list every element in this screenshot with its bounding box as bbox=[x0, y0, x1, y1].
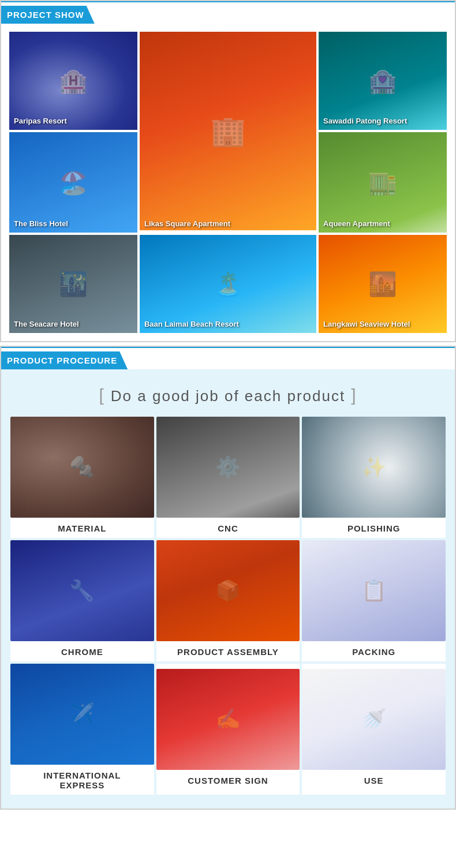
product-label-assembly: PRODUCT ASSEMBLY bbox=[156, 647, 300, 657]
bracket-right: ] bbox=[351, 386, 357, 405]
project-img-paripas: 🏨 bbox=[9, 32, 137, 130]
product-label-material: MATERIAL bbox=[10, 523, 154, 533]
product-label-custsign: CUSTOMER SIGN bbox=[156, 776, 300, 785]
product-label-packing: PACKING bbox=[302, 647, 446, 657]
tagline-text: Do a good job of each product bbox=[111, 387, 345, 405]
product-img-packing: 📋 bbox=[302, 540, 446, 641]
product-procedure-header: PRODUCT PROCEDURE bbox=[1, 351, 128, 369]
project-label-seacare: The Seacare Hotel bbox=[14, 320, 79, 328]
product-label-express: INTERNATIONAL EXPRESS bbox=[10, 770, 154, 790]
project-img-likas: 🏢 bbox=[140, 32, 316, 230]
project-show-header: PROJECT SHOW bbox=[1, 6, 95, 24]
product-label-use: USE bbox=[302, 776, 446, 785]
product-img-custsign: ✍️ bbox=[156, 669, 300, 770]
project-label-paripas: Paripas Resort bbox=[14, 117, 67, 125]
product-label-polishing: POLISHING bbox=[302, 523, 446, 533]
product-img-use: 🚿 bbox=[302, 669, 446, 770]
product-label-chrome: CHROME bbox=[10, 647, 154, 657]
bracket-left: [ bbox=[99, 386, 104, 405]
project-show-section: PROJECT SHOW 🏨 Paripas Resort bbox=[0, 0, 456, 342]
project-img-langkawi: 🌆 bbox=[319, 235, 447, 333]
project-label-likas: Likas Square Apartment bbox=[144, 219, 230, 228]
product-procedure-section: PRODUCT PROCEDURE [Do a good job of each… bbox=[0, 346, 456, 810]
project-label-langkawi: Langkawi Seaview Hotel bbox=[323, 320, 410, 328]
tagline-wrap: [Do a good job of each product] bbox=[1, 369, 455, 412]
project-label-bliss: The Bliss Hotel bbox=[14, 219, 68, 228]
project-label-sawaddi: Sawaddi Patong Resort bbox=[323, 117, 407, 125]
project-img-sawaddi: 🏩 bbox=[319, 32, 447, 130]
project-img-baan: 🏝️ bbox=[140, 235, 316, 333]
product-img-polishing: ✨ bbox=[302, 417, 446, 518]
project-img-aqueen: 🏬 bbox=[319, 132, 447, 233]
project-label-aqueen: Aqueen Apartment bbox=[323, 219, 390, 228]
product-img-assembly: 📦 bbox=[156, 540, 300, 641]
project-label-baan: Baan Laimai Beach Resort bbox=[144, 320, 239, 328]
project-img-bliss: 🏖️ bbox=[9, 132, 137, 233]
product-img-material: 🔩 bbox=[10, 417, 154, 518]
product-label-cnc: CNC bbox=[156, 523, 300, 533]
product-img-cnc: ⚙️ bbox=[156, 417, 300, 518]
product-img-express: ✈️ bbox=[10, 664, 154, 765]
project-img-seacare: 🌃 bbox=[9, 235, 137, 333]
product-img-chrome: 🔧 bbox=[10, 540, 154, 641]
